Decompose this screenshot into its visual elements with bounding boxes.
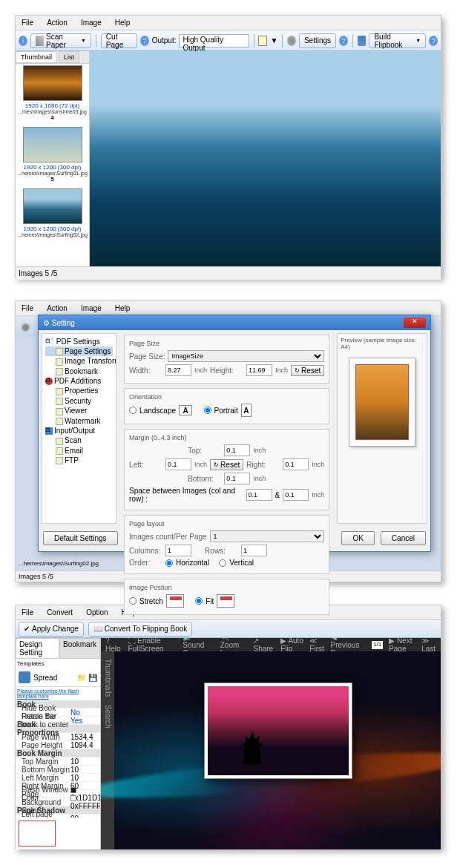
tab-bookmark[interactable]: Bookmark	[59, 638, 100, 659]
margin-left-input[interactable]	[165, 458, 191, 470]
property-grid[interactable]: BookHide Book Frame BarNoRetain the book…	[16, 700, 100, 818]
customize-hint[interactable]: Please customize the flash template here	[16, 687, 100, 700]
last-page-button[interactable]: ≫ Last	[421, 638, 436, 653]
info-icon[interactable]: i	[19, 36, 27, 46]
share-button[interactable]: ↗ Share	[253, 638, 273, 653]
menu-help[interactable]: Help	[112, 303, 134, 314]
tree-item-viewer[interactable]: Viewer	[45, 406, 113, 415]
reset-button[interactable]: ↻ Reset	[291, 365, 324, 376]
settings-button[interactable]: Settings	[299, 33, 336, 48]
settings-window: File Action Image Help ⬤▬▬▬▬▬ ⚙ Setting …	[15, 300, 441, 582]
tab-list[interactable]: List	[59, 51, 79, 63]
fit-radio[interactable]	[195, 597, 203, 605]
tree-item-page-settings[interactable]: Page Settings	[45, 346, 113, 356]
cut-page-button[interactable]: Cut Page	[101, 33, 137, 48]
bottom-label: Bottom:	[188, 475, 221, 483]
tab-design-setting[interactable]: Design Setting	[16, 638, 59, 659]
tree-item-watermark[interactable]: Watermark	[45, 416, 113, 426]
next-page-button[interactable]: ▶ Next Page	[389, 638, 415, 653]
height-input[interactable]	[246, 364, 272, 376]
thumbnail-item[interactable]: 1920 x 1080 (72 dpi) ...mes\images\sunsh…	[17, 65, 88, 121]
template-row[interactable]: Spread 📁 💾	[16, 668, 100, 687]
space-label: Space between Images (col and row) :	[129, 487, 243, 503]
tree-group-pdf-additions[interactable]: ⊟PDF Additions	[45, 376, 113, 386]
scan-paper-button[interactable]: Scan Paper▼	[30, 33, 91, 48]
default-settings-button[interactable]: Default Settings	[43, 531, 118, 545]
tree-item-security[interactable]: Security	[45, 396, 113, 406]
apply-change-button[interactable]: ✔ Apply Change	[19, 622, 84, 637]
thumbnails-tab[interactable]: Thumbnails	[104, 659, 112, 697]
close-button[interactable]: ✕	[404, 318, 426, 328]
portrait-radio[interactable]	[204, 407, 211, 414]
count-select[interactable]: 1	[210, 530, 325, 542]
thumbnail-number: 4	[17, 114, 88, 121]
margin-bottom-input[interactable]	[224, 473, 250, 484]
property-row[interactable]: Left page Shadow90	[16, 815, 100, 818]
settings-tree[interactable]: ⊟📄 PDF Settings Page Settings Image Tran…	[42, 333, 116, 524]
menu-action[interactable]: Action	[44, 17, 70, 28]
thumbnail-item[interactable]: 1920 x 1200 (300 dpi) ...hemes\images\Su…	[17, 188, 88, 237]
tree-item-scan[interactable]: Scan	[45, 435, 113, 445]
tree-item-bookmark[interactable]: Bookmark	[45, 366, 113, 376]
menu-file[interactable]: File	[19, 17, 36, 28]
convert-button[interactable]: 📖 Convert To Flipping Book	[88, 622, 193, 637]
tree-group-pdf-settings[interactable]: ⊟📄 PDF Settings	[45, 337, 113, 346]
autoflip-button[interactable]: ▶ Auto Flip	[280, 638, 303, 653]
property-row[interactable]: Page Width1534.4	[16, 733, 100, 741]
menu-convert[interactable]: Convert	[44, 607, 76, 618]
tree-item-properties[interactable]: Properties	[45, 386, 113, 395]
build-help-icon[interactable]: ?	[429, 36, 438, 46]
rows-input[interactable]	[241, 545, 267, 556]
space-col-input[interactable]	[246, 489, 272, 501]
menu-file[interactable]: File	[19, 303, 36, 314]
menu-action[interactable]: Action	[44, 303, 70, 314]
right-label: Right:	[246, 461, 280, 469]
width-input[interactable]	[165, 364, 191, 376]
gear-icon	[287, 36, 296, 46]
portrait-label: Portrait	[214, 407, 238, 415]
flipbook-page[interactable]	[204, 683, 352, 779]
build-flipbook-button[interactable]: Build Flipbook▼	[369, 33, 426, 48]
property-row[interactable]: Bottom Margin10	[16, 766, 100, 774]
property-row[interactable]: Top Margin10	[16, 757, 100, 766]
menu-help[interactable]: Help	[112, 17, 134, 28]
stretch-radio[interactable]	[129, 597, 137, 605]
menu-option[interactable]: Option	[83, 607, 111, 618]
margin-top-input[interactable]	[224, 444, 250, 456]
property-row[interactable]: Page Height1094.4	[16, 741, 100, 749]
vertical-radio[interactable]	[219, 559, 226, 567]
property-row[interactable]: Page Background Color 0xFFFFFF	[16, 798, 100, 806]
color-picker[interactable]	[258, 36, 267, 46]
margin-right-input[interactable]	[283, 458, 309, 470]
menu-image[interactable]: Image	[78, 17, 105, 28]
page-size-select[interactable]: ImageSize	[168, 350, 324, 362]
tree-item-ftp[interactable]: FTP	[45, 456, 113, 465]
horizontal-radio[interactable]	[165, 559, 173, 567]
viewer-toolbar: ? Help ⛶ Enable FullScreen 🔊 Sound On 🔍 …	[101, 638, 441, 651]
toolbar: ✔ Apply Change 📖 Convert To Flipping Boo…	[16, 620, 441, 638]
thumbnail-list[interactable]: 1920 x 1080 (72 dpi) ...mes\images\sunsh…	[16, 64, 89, 266]
tree-item-image-transform[interactable]: Image Transform	[45, 356, 113, 366]
tree-group-input-output[interactable]: ⊟Input/Output	[45, 426, 113, 435]
reset-margin-button[interactable]: ↻ Reset	[210, 459, 243, 470]
fullscreen-button[interactable]: ⛶ Enable FullScreen	[128, 638, 176, 653]
first-page-button[interactable]: ≪ First	[309, 638, 324, 653]
page-input[interactable]: 1/1	[372, 641, 383, 649]
space-row-input[interactable]	[283, 489, 309, 501]
settings-help-icon[interactable]: ?	[339, 36, 348, 46]
property-row[interactable]: Left Margin10	[16, 774, 100, 782]
ok-button[interactable]: OK	[341, 531, 374, 545]
menu-file[interactable]: File	[19, 607, 36, 618]
cancel-button[interactable]: Cancel	[381, 531, 426, 545]
unit-inch: Inch	[194, 366, 207, 374]
menu-image[interactable]: Image	[78, 303, 105, 314]
tab-thumbnail[interactable]: Thumbnail	[16, 51, 57, 63]
tree-item-email[interactable]: Email	[45, 446, 113, 456]
cols-input[interactable]	[165, 545, 191, 556]
help-button[interactable]: ? Help	[105, 638, 121, 653]
cut-help-icon[interactable]: ?	[140, 36, 149, 46]
search-tab[interactable]: Search	[104, 705, 112, 729]
output-select[interactable]: High Quality Output	[179, 34, 249, 47]
landscape-radio[interactable]	[129, 407, 137, 414]
thumbnail-item[interactable]: 1920 x 1200 (300 dpi) ...hemes\images\Su…	[17, 127, 88, 183]
